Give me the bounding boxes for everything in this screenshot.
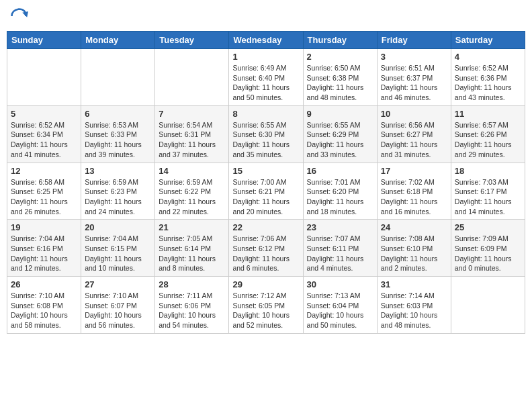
day-of-week-header: Saturday — [451, 32, 525, 49]
calendar-cell: 4Sunrise: 6:52 AM Sunset: 6:36 PM Daylig… — [451, 49, 525, 106]
day-number: 15 — [232, 166, 299, 176]
calendar-cell: 16Sunrise: 7:01 AM Sunset: 6:20 PM Dayli… — [303, 163, 377, 220]
day-info: Sunrise: 6:59 AM Sunset: 6:22 PM Dayligh… — [159, 177, 225, 217]
day-info: Sunrise: 7:07 AM Sunset: 6:11 PM Dayligh… — [307, 234, 373, 273]
day-number: 31 — [381, 279, 447, 289]
day-info: Sunrise: 6:53 AM Sunset: 6:33 PM Dayligh… — [85, 120, 151, 160]
day-of-week-header: Thursday — [303, 32, 377, 49]
calendar-cell — [81, 49, 155, 106]
day-number: 4 — [455, 52, 521, 62]
calendar-cell — [155, 49, 229, 106]
day-number: 13 — [85, 166, 151, 176]
calendar-cell: 31Sunrise: 7:14 AM Sunset: 6:03 PM Dayli… — [377, 277, 451, 334]
calendar-cell: 5Sunrise: 6:52 AM Sunset: 6:34 PM Daylig… — [7, 105, 81, 163]
day-number: 23 — [307, 222, 373, 232]
calendar-cell: 10Sunrise: 6:56 AM Sunset: 6:27 PM Dayli… — [377, 105, 451, 163]
day-number: 12 — [11, 166, 77, 176]
day-info: Sunrise: 7:05 AM Sunset: 6:14 PM Dayligh… — [159, 234, 225, 273]
day-number: 21 — [159, 222, 225, 232]
day-number: 22 — [232, 222, 299, 232]
calendar-week-row: 5Sunrise: 6:52 AM Sunset: 6:34 PM Daylig… — [7, 105, 525, 163]
day-number: 17 — [381, 166, 447, 176]
day-info: Sunrise: 6:56 AM Sunset: 6:27 PM Dayligh… — [381, 120, 447, 160]
calendar-cell: 17Sunrise: 7:02 AM Sunset: 6:18 PM Dayli… — [377, 163, 451, 220]
day-of-week-header: Friday — [377, 32, 451, 49]
day-of-week-header: Wednesday — [229, 32, 303, 49]
calendar-cell: 29Sunrise: 7:12 AM Sunset: 6:05 PM Dayli… — [229, 277, 303, 334]
calendar-cell: 21Sunrise: 7:05 AM Sunset: 6:14 PM Dayli… — [155, 220, 229, 277]
day-number: 27 — [85, 279, 151, 289]
day-info: Sunrise: 6:55 AM Sunset: 6:30 PM Dayligh… — [232, 120, 299, 160]
calendar-cell: 11Sunrise: 6:57 AM Sunset: 6:26 PM Dayli… — [451, 105, 525, 163]
calendar-cell: 13Sunrise: 6:59 AM Sunset: 6:23 PM Dayli… — [81, 163, 155, 220]
day-info: Sunrise: 7:08 AM Sunset: 6:10 PM Dayligh… — [381, 234, 447, 273]
calendar-cell: 8Sunrise: 6:55 AM Sunset: 6:30 PM Daylig… — [229, 105, 303, 163]
calendar-week-row: 26Sunrise: 7:10 AM Sunset: 6:08 PM Dayli… — [7, 277, 525, 334]
day-number: 19 — [11, 222, 77, 232]
calendar-cell — [451, 277, 525, 334]
day-info: Sunrise: 7:04 AM Sunset: 6:15 PM Dayligh… — [85, 234, 151, 273]
page-header — [7, 7, 525, 26]
day-number: 28 — [159, 279, 225, 289]
calendar-cell: 14Sunrise: 6:59 AM Sunset: 6:22 PM Dayli… — [155, 163, 229, 220]
day-info: Sunrise: 7:03 AM Sunset: 6:17 PM Dayligh… — [455, 177, 521, 217]
calendar-cell: 12Sunrise: 6:58 AM Sunset: 6:25 PM Dayli… — [7, 163, 81, 220]
day-number: 16 — [307, 166, 373, 176]
logo — [9, 7, 31, 26]
day-number: 7 — [159, 109, 225, 119]
calendar-cell: 23Sunrise: 7:07 AM Sunset: 6:11 PM Dayli… — [303, 220, 377, 277]
day-number: 24 — [381, 222, 447, 232]
day-info: Sunrise: 6:52 AM Sunset: 6:34 PM Dayligh… — [11, 120, 77, 160]
day-number: 8 — [232, 109, 299, 119]
logo-icon — [9, 7, 28, 26]
day-number: 3 — [381, 52, 447, 62]
day-info: Sunrise: 7:02 AM Sunset: 6:18 PM Dayligh… — [381, 177, 447, 217]
calendar-cell: 3Sunrise: 6:51 AM Sunset: 6:37 PM Daylig… — [377, 49, 451, 106]
calendar-cell: 18Sunrise: 7:03 AM Sunset: 6:17 PM Dayli… — [451, 163, 525, 220]
day-number: 10 — [381, 109, 447, 119]
calendar-cell: 30Sunrise: 7:13 AM Sunset: 6:04 PM Dayli… — [303, 277, 377, 334]
calendar-cell: 6Sunrise: 6:53 AM Sunset: 6:33 PM Daylig… — [81, 105, 155, 163]
day-info: Sunrise: 6:51 AM Sunset: 6:37 PM Dayligh… — [381, 63, 447, 103]
day-info: Sunrise: 6:49 AM Sunset: 6:40 PM Dayligh… — [232, 63, 299, 103]
day-info: Sunrise: 7:00 AM Sunset: 6:21 PM Dayligh… — [232, 177, 299, 217]
day-number: 6 — [85, 109, 151, 119]
calendar-cell: 7Sunrise: 6:54 AM Sunset: 6:31 PM Daylig… — [155, 105, 229, 163]
day-info: Sunrise: 7:09 AM Sunset: 6:09 PM Dayligh… — [455, 234, 521, 273]
calendar-cell: 28Sunrise: 7:11 AM Sunset: 6:06 PM Dayli… — [155, 277, 229, 334]
calendar-table: SundayMondayTuesdayWednesdayThursdayFrid… — [7, 31, 525, 334]
day-info: Sunrise: 7:14 AM Sunset: 6:03 PM Dayligh… — [381, 291, 447, 330]
day-info: Sunrise: 6:55 AM Sunset: 6:29 PM Dayligh… — [307, 120, 373, 160]
day-number: 20 — [85, 222, 151, 232]
calendar-cell: 22Sunrise: 7:06 AM Sunset: 6:12 PM Dayli… — [229, 220, 303, 277]
day-number: 1 — [232, 52, 299, 62]
calendar-cell: 26Sunrise: 7:10 AM Sunset: 6:08 PM Dayli… — [7, 277, 81, 334]
calendar-week-row: 19Sunrise: 7:04 AM Sunset: 6:16 PM Dayli… — [7, 220, 525, 277]
day-info: Sunrise: 6:54 AM Sunset: 6:31 PM Dayligh… — [159, 120, 225, 160]
day-number: 5 — [11, 109, 77, 119]
day-number: 29 — [232, 279, 299, 289]
day-number: 26 — [11, 279, 77, 289]
day-info: Sunrise: 6:50 AM Sunset: 6:38 PM Dayligh… — [307, 63, 373, 103]
day-number: 18 — [455, 166, 521, 176]
calendar-header-row: SundayMondayTuesdayWednesdayThursdayFrid… — [7, 32, 525, 49]
day-info: Sunrise: 7:10 AM Sunset: 6:08 PM Dayligh… — [11, 291, 77, 330]
day-info: Sunrise: 6:59 AM Sunset: 6:23 PM Dayligh… — [85, 177, 151, 217]
calendar-cell: 2Sunrise: 6:50 AM Sunset: 6:38 PM Daylig… — [303, 49, 377, 106]
calendar-cell: 15Sunrise: 7:00 AM Sunset: 6:21 PM Dayli… — [229, 163, 303, 220]
calendar-cell: 27Sunrise: 7:10 AM Sunset: 6:07 PM Dayli… — [81, 277, 155, 334]
calendar-week-row: 12Sunrise: 6:58 AM Sunset: 6:25 PM Dayli… — [7, 163, 525, 220]
day-number: 11 — [455, 109, 521, 119]
calendar-cell: 19Sunrise: 7:04 AM Sunset: 6:16 PM Dayli… — [7, 220, 81, 277]
day-of-week-header: Tuesday — [155, 32, 229, 49]
calendar-week-row: 1Sunrise: 6:49 AM Sunset: 6:40 PM Daylig… — [7, 49, 525, 106]
day-number: 9 — [307, 109, 373, 119]
day-number: 25 — [455, 222, 521, 232]
calendar-cell: 9Sunrise: 6:55 AM Sunset: 6:29 PM Daylig… — [303, 105, 377, 163]
day-number: 30 — [307, 279, 373, 289]
day-info: Sunrise: 7:10 AM Sunset: 6:07 PM Dayligh… — [85, 291, 151, 330]
day-of-week-header: Monday — [81, 32, 155, 49]
svg-marker-1 — [22, 11, 28, 17]
day-info: Sunrise: 6:52 AM Sunset: 6:36 PM Dayligh… — [455, 63, 521, 103]
calendar-cell: 25Sunrise: 7:09 AM Sunset: 6:09 PM Dayli… — [451, 220, 525, 277]
